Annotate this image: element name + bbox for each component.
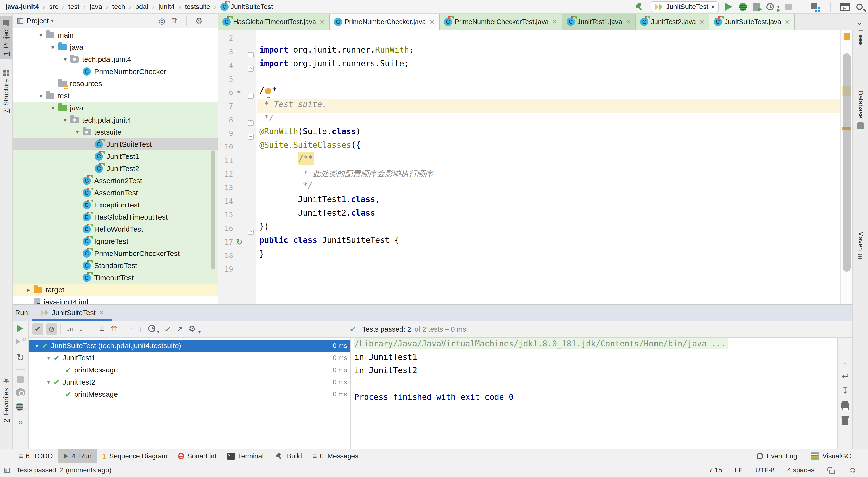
previous-failed-button[interactable]: ↑	[129, 326, 133, 333]
test-row-printmessage[interactable]: ✔printMessage0 ms	[29, 364, 350, 376]
toolwindow-button-sonarlint[interactable]: SonarLint	[173, 449, 222, 463]
run-anything-button[interactable]	[840, 3, 850, 11]
tree-arrow-icon[interactable]: ▾	[72, 129, 83, 136]
breadcrumb-item[interactable]: junit4	[158, 3, 175, 11]
tool-stripe-button-1-project[interactable]: 1: Project	[0, 16, 12, 60]
tree-item-target[interactable]: ▸target	[12, 284, 218, 296]
status-item-utf-8[interactable]: UTF-8	[755, 466, 775, 474]
profiler-attach-button[interactable]: ↗	[16, 403, 25, 411]
run-test-icon[interactable]: ↻	[236, 235, 243, 249]
tree-item-timeouttest[interactable]: CTimeoutTest	[12, 272, 218, 284]
tree-arrow-icon[interactable]: ▾	[32, 342, 42, 349]
debug-button[interactable]	[739, 3, 747, 11]
toolwindow-button-0-messages[interactable]: ≡0: Messages	[307, 449, 364, 463]
show-passed-button[interactable]: ✔	[32, 323, 43, 335]
profiler-button[interactable]: ▾	[767, 3, 779, 11]
scrollbar-thumb[interactable]	[843, 54, 850, 272]
next-occurrence-button[interactable]: ↓	[843, 357, 847, 366]
expand-all-button[interactable]: ⇊	[99, 326, 105, 333]
fold-marker[interactable]: ^	[248, 222, 253, 239]
test-history-button[interactable]: ▾	[148, 325, 159, 333]
close-tab-icon[interactable]: ✕	[784, 18, 790, 26]
sort-alphabetically-button[interactable]: ↓a	[66, 326, 74, 332]
tree-item-primenumbercheckertest[interactable]: CPrimeNumberCheckerTest	[12, 247, 218, 260]
project-panel-title[interactable]: Project	[27, 17, 49, 25]
toolwindow-button-6-todo[interactable]: ≡6: TODO	[13, 449, 58, 463]
tree-item-primenumberchecker[interactable]: CPrimeNumberChecker	[12, 66, 218, 78]
breadcrumb-item[interactable]: test	[68, 3, 80, 11]
breadcrumb-item[interactable]: CJunitSuiteTest	[220, 3, 273, 11]
toolwindow-button-build[interactable]: Build	[269, 449, 307, 463]
project-tree[interactable]: ▾main▾java▾tech.pdai.junit4CPrimeNumberC…	[12, 28, 218, 305]
code-editor[interactable]: 23−4^56≡−78^9−10111213141516^17↻1819 imp…	[218, 30, 852, 305]
close-tab-icon[interactable]: ✕	[319, 18, 325, 26]
tree-item-resources[interactable]: resources	[12, 78, 218, 90]
tree-arrow-icon[interactable]: ▸	[23, 286, 34, 293]
hide-panel-icon[interactable]: ─	[208, 18, 213, 24]
stop-button[interactable]	[785, 4, 792, 10]
editor-tab-primenumberchecker-java[interactable]: CPrimeNumberChecker.java✕	[330, 14, 439, 30]
intention-list-icon[interactable]: ≡	[237, 86, 241, 100]
scroll-to-end-button[interactable]: ↧	[842, 386, 849, 395]
inspection-indicator[interactable]	[844, 33, 850, 39]
test-row-junittest1[interactable]: ▾✔JunitTest10 ms	[29, 352, 350, 364]
tree-item-test[interactable]: ▾test	[12, 90, 218, 102]
statusbar-button-visualgc[interactable]: VisualGC	[811, 452, 851, 460]
run-tab[interactable]: JunitSuiteTest ✕	[40, 309, 104, 317]
tree-item-standardtest[interactable]: CStandardTest	[12, 260, 218, 272]
editor-tab-primenumbercheckertest-java[interactable]: CPrimeNumberCheckerTest.java✕	[440, 14, 562, 30]
tree-item-junitsuitetest[interactable]: CJunitSuiteTest	[12, 138, 218, 150]
tree-arrow-icon[interactable]: ▾	[48, 44, 58, 51]
previous-occurrence-button[interactable]: ↑	[843, 342, 847, 350]
editor-tab-junittest2-java[interactable]: CJunitTest2.java✕	[636, 14, 709, 30]
status-message[interactable]: Tests passed: 2 (moments ago)	[17, 466, 112, 474]
close-tab-icon[interactable]: ✕	[699, 18, 705, 26]
tree-item-tech-pdai-junit4[interactable]: ▾tech.pdai.junit4	[12, 54, 218, 66]
tree-arrow-icon[interactable]: ▾	[35, 32, 46, 39]
tab-list-chevron-icon[interactable]: ⌄	[856, 18, 863, 26]
import-tests-button[interactable]: ↙	[165, 326, 171, 333]
close-icon[interactable]: ✕	[99, 309, 104, 317]
tool-stripe-button-database[interactable]: Database	[853, 87, 868, 133]
fold-marker[interactable]: −	[248, 127, 253, 144]
more-icon[interactable]: »	[18, 417, 23, 426]
editor-tab-junittest1-java[interactable]: CJunitTest1.java✕	[562, 14, 636, 30]
tree-item-java[interactable]: ▾java	[12, 102, 218, 114]
tree-item-java[interactable]: ▾java	[12, 41, 218, 54]
show-ignored-button[interactable]: ⊘	[46, 323, 57, 335]
toolwindow-button-terminal[interactable]: Terminal	[222, 449, 269, 463]
tree-arrow-icon[interactable]: ▾	[60, 117, 70, 124]
tree-item-tech-pdai-junit4[interactable]: ▾tech.pdai.junit4	[12, 114, 218, 126]
export-results-button[interactable]: ↗	[177, 326, 183, 333]
test-row-junittest2[interactable]: ▾✔JunitTest20 ms	[29, 376, 350, 388]
breadcrumb-item[interactable]: java-junit4	[5, 3, 39, 11]
test-row-printmessage[interactable]: ✔printMessage0 ms	[29, 388, 350, 400]
project-scrollbar-thumb[interactable]	[211, 150, 215, 269]
chevron-down-icon[interactable]: ▾	[51, 18, 54, 24]
toggle-auto-test-button[interactable]: ↻	[17, 353, 24, 362]
statusbar-button-event-log[interactable]: Event Log	[757, 452, 797, 460]
tree-item-testsuite[interactable]: ▾testsuite	[12, 126, 218, 138]
intention-bulb-icon[interactable]	[265, 88, 271, 94]
toolwindow-button-sequence-diagram[interactable]: 1Sequence Diagram	[97, 449, 173, 463]
status-item-7-15[interactable]: 7:15	[709, 466, 722, 474]
unlocked-icon[interactable]	[829, 470, 835, 474]
tree-arrow-icon[interactable]: ▾	[44, 354, 54, 361]
tree-item-ignoretest[interactable]: CIgnoreTest	[12, 235, 218, 247]
tool-stripe-button-7-structure[interactable]: 7: Structure	[0, 66, 12, 117]
tree-item-junittest2[interactable]: CJunitTest2	[12, 163, 218, 175]
hector-inspector-icon[interactable]: ☺	[848, 466, 857, 475]
run-config-selector[interactable]: JunitSuiteTest▾	[651, 1, 719, 12]
close-tab-icon[interactable]: ✕	[429, 18, 435, 26]
run-console[interactable]: /Library/Java/JavaVirtualMachines/jdk1.8…	[350, 338, 837, 449]
breadcrumb-item[interactable]: pdai	[135, 3, 148, 11]
tree-arrow-icon[interactable]: ▾	[35, 93, 46, 99]
breadcrumb-item[interactable]: testsuite	[185, 3, 210, 11]
tree-item-exceptiontest[interactable]: CExceptionTest	[12, 199, 218, 211]
rerun-failed-button[interactable]: ↻	[16, 339, 25, 346]
breadcrumb-item[interactable]: tech	[112, 3, 125, 11]
status-item-4-spaces[interactable]: 4 spaces	[787, 466, 814, 474]
tree-item-assertion2test[interactable]: CAssertion2Test	[12, 175, 218, 187]
editor-scrollbar[interactable]	[840, 30, 852, 305]
clear-all-button[interactable]	[842, 418, 848, 425]
